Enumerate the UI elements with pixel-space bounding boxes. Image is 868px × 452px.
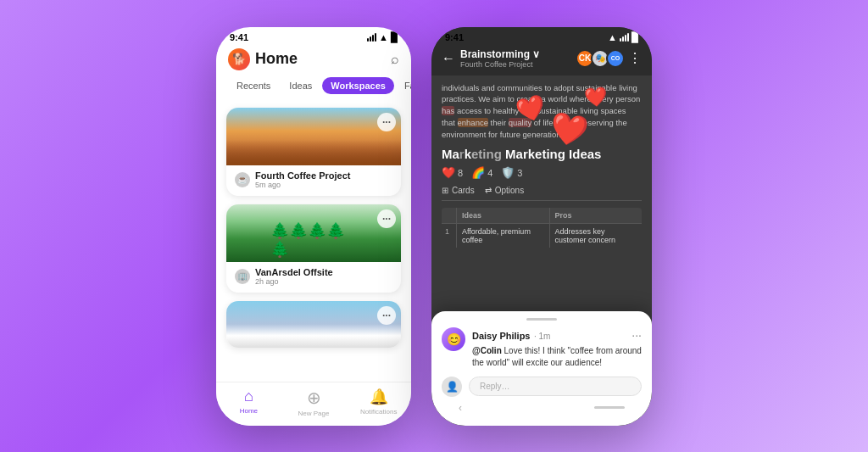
td-num: 1 [442,224,457,248]
page-title: Home [255,50,298,68]
reaction-rainbow[interactable]: 🌈 4 [471,166,492,179]
comment-more-btn[interactable]: ··· [632,328,642,342]
mountain-image [226,301,401,348]
user-avatar: 🐕 [228,48,250,70]
th-pros: Pros [550,208,643,223]
battery-icon: ▉ [391,32,398,43]
chevron-icon[interactable]: ‹ [459,402,462,414]
nav-new-page[interactable]: ⊕ New Page [281,388,347,416]
left-status-bar: 9:41 ▲ ▉ [216,27,411,45]
right-time: 9:41 [445,32,464,42]
card-image-wrapper: ··· [226,108,401,165]
wifi-icon-right: ▲ [608,32,617,42]
heart-emoji: ❤️ [442,166,455,179]
rainbow-emoji: 🌈 [471,166,485,179]
card-image-wrapper-3: ··· [226,301,401,348]
card-info-2: VanArsdel Offsite 2h ago [255,267,392,286]
card-vanarsdel[interactable]: ··· 🏢 VanArsdel Offsite 2h ago [226,204,401,293]
reply-row: 👤 Reply… [442,377,642,397]
comment-author-row: Daisy Philips · 1m [472,327,550,343]
wifi-icon: ▲ [379,32,388,42]
reply-input[interactable]: Reply… [469,377,642,396]
brainstorm-info: Brainstorming ∨ Fourth Coffee Project [460,48,540,69]
td-idea: Affordable, premium coffee [457,224,550,248]
body-text: individuals and communities to adopt sus… [442,82,642,141]
add-nav-icon: ⊕ [307,388,321,408]
comment-header: 😊 Daisy Philips · 1m ··· @Colin Love thi… [442,327,642,370]
right-header-row: ← Brainstorming ∨ Fourth Coffee Project … [442,48,642,69]
emoji-reactions: ❤️ 8 🌈 4 🛡️ 3 [442,166,642,179]
home-indicator [594,406,625,409]
section-title: Marketing Marketing Ideas [442,147,642,161]
tab-recents[interactable]: Recents [228,77,279,94]
search-icon[interactable]: ⌕ [391,52,399,67]
reply-avatar: 👤 [442,377,462,397]
card-mountain[interactable]: ··· [226,301,401,348]
right-phone: 9:41 ▲ ▉ ← Brainstorming ∨ Fourth Coffee… [431,27,652,426]
mention-colin: @Colin [472,346,502,355]
comment-body: Daisy Philips · 1m ··· @Colin Love this!… [472,327,642,370]
ideas-table: Ideas Pros 1 Affordable, premium coffee … [442,208,642,248]
right-header-left: ← Brainstorming ∨ Fourth Coffee Project [442,48,540,69]
reaction-heart[interactable]: ❤️ 8 [442,166,463,179]
options-label: Options [495,186,524,195]
highlight-has: has [442,106,454,115]
card-fourth-coffee[interactable]: ··· ☕ Fourth Coffee Project 5m ago [226,108,401,196]
highlight-enhance: enhance [458,118,488,127]
card-avatar: ☕ [235,172,250,187]
right-status-icons: ▲ ▉ [608,32,638,43]
rainbow-count: 4 [487,168,492,178]
right-header: ← Brainstorming ∨ Fourth Coffee Project … [431,45,652,75]
home-nav-icon: ⌂ [244,388,253,405]
shield-count: 3 [517,168,522,178]
comment-time: · 1m [534,332,550,341]
back-arrow-icon[interactable]: ← [442,51,455,66]
brainstorm-title-text: Brainstorming ∨ [460,48,540,60]
bottom-nav: ⌂ Home ⊕ New Page 🔔 Notifications [216,382,411,426]
header-avatars: CK 🎭 CO [579,49,625,68]
nav-notifications-label: Notifications [360,408,398,416]
brainstorm-title: Brainstorming ∨ [460,48,540,60]
th-num [442,208,457,223]
battery-icon-right: ▉ [632,32,638,43]
comment-text: @Colin Love this! I think "coffee from a… [472,345,642,370]
bell-nav-icon: 🔔 [370,388,388,406]
card-info: Fourth Coffee Project 5m ago [255,170,392,189]
right-more-btn[interactable]: ⋮ [628,50,642,66]
card-image-wrapper-2: ··· [226,204,401,262]
tab-favorites[interactable]: Favorit… [396,77,411,94]
left-time: 9:41 [230,32,248,42]
shield-emoji: 🛡️ [501,166,515,179]
reaction-shield[interactable]: 🛡️ 3 [501,166,522,179]
td-pros: Addresses key customer concern [550,224,643,248]
cards-label: Cards [452,186,475,195]
tab-ideas[interactable]: Ideas [281,77,320,94]
highlight-quality: quality [509,118,531,127]
forest-image [226,204,401,262]
card-more-btn[interactable]: ··· [377,113,396,131]
card-body: ☕ Fourth Coffee Project 5m ago [226,165,401,196]
avatar-co: CO [606,49,625,68]
home-title-row: 🐕 Home ⌕ [228,48,399,70]
desert-image [226,108,401,165]
options-view-btn[interactable]: ⇄ Options [485,186,524,195]
card-title: Fourth Coffee Project [255,170,392,181]
brainstorm-subtitle: Fourth Coffee Project [460,60,540,69]
cards-view-btn[interactable]: ⊞ Cards [442,186,475,195]
table-row: 1 Affordable, premium coffee Addresses k… [442,223,642,248]
cards-icon: ⊞ [442,186,448,195]
cards-list: ··· ☕ Fourth Coffee Project 5m ago ··· 🏢… [216,101,411,406]
card-avatar-2: 🏢 [235,269,250,284]
signal-icon-right [620,33,629,42]
comment-meta: Daisy Philips · 1m ··· [472,327,642,343]
th-ideas: Ideas [457,208,550,223]
card-more-btn-2[interactable]: ··· [377,209,396,228]
right-status-bar: 9:41 ▲ ▉ [431,27,652,45]
tab-workspaces[interactable]: Workspaces [322,77,394,94]
sheet-handle [526,318,557,321]
card-body-2: 🏢 VanArsdel Offsite 2h ago [226,262,401,293]
nav-notifications[interactable]: 🔔 Notifications [346,388,411,416]
home-title-left: 🐕 Home [228,48,298,70]
nav-home[interactable]: ⌂ Home [216,388,281,416]
card-more-btn-3[interactable]: ··· [377,306,396,325]
